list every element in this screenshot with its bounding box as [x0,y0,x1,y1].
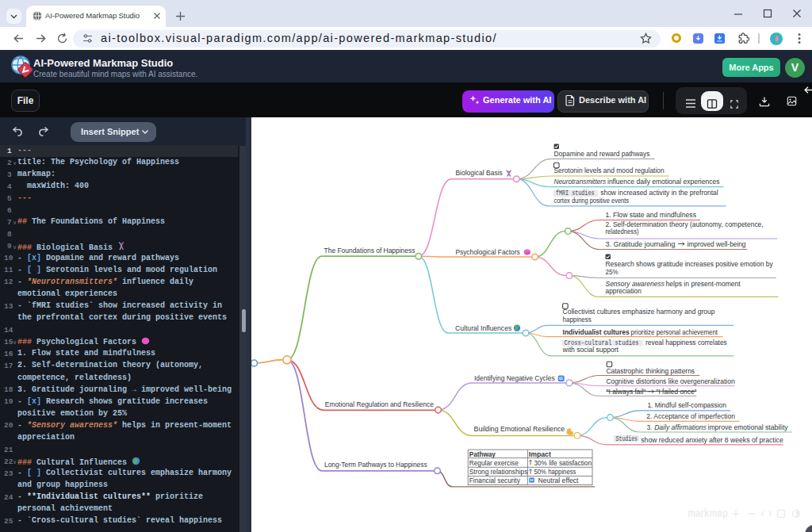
svg-text:relatedness): relatedness) [606,227,639,235]
svg-text:markmap: markmap [688,507,728,519]
svg-text:improve emotional stability: improve emotional stability [708,423,788,431]
svg-text:2. Acceptance of imperfection: 2. Acceptance of imperfection [646,411,735,420]
svg-text:3. Gratitude journaling: 3. Gratitude journaling [606,239,676,248]
svg-text:Pathway: Pathway [469,450,496,458]
svg-text:50% happiness: 50% happiness [534,467,576,476]
svg-text:Long-Term Pathways to Happines: Long-Term Pathways to Happiness [324,460,427,469]
svg-text:Daily affirmations: Daily affirmations [654,423,707,431]
svg-text:3.: 3. [647,423,653,431]
svg-text:The Foundations of Happiness: The Foundations of Happiness [324,246,416,255]
svg-text:Emotional Regulation and Resil: Emotional Regulation and Resilience [325,400,435,408]
svg-text:Cultural Influences: Cultural Influences [455,323,511,332]
svg-text:Cognitive distortions like ove: Cognitive distortions like overgeneraliz… [606,377,734,385]
svg-text:1. Flow state and mindfulness: 1. Flow state and mindfulness [606,210,697,219]
svg-text:happiness: happiness [563,315,592,323]
svg-text:25%: 25% [606,267,619,276]
svg-text:improved well-being: improved well-being [688,239,746,248]
svg-text:Building Emotional Resilience: Building Emotional Resilience [474,424,565,433]
svg-text:influence daily emotional expe: influence daily emotional experiences [607,177,720,186]
svg-text:helps in present-moment: helps in present-moment [666,279,741,288]
svg-text:Serotonin levels and mood regu: Serotonin levels and mood regulation [554,166,665,174]
svg-text:1. Mindful self-compassion: 1. Mindful self-compassion [647,400,726,409]
svg-text:Neurotransmitters: Neurotransmitters [554,177,607,186]
svg-text:Impact: Impact [529,450,551,458]
svg-text:Biological Basis: Biological Basis [455,168,502,177]
svg-text:Individualist cultures: Individualist cultures [563,327,630,336]
svg-text:prioritize personal achievemen: prioritize personal achievement [631,327,718,336]
svg-text:Financial security: Financial security [469,476,520,484]
svg-text:Regular exercise: Regular exercise [469,458,519,467]
svg-text:Research shows gratitude incre: Research shows gratitude increases posit… [606,259,773,268]
svg-text:Neutral effect: Neutral effect [538,476,579,484]
svg-text:with social support: with social support [562,345,619,354]
svg-text:Identifying Negative Cycles: Identifying Negative Cycles [474,373,555,382]
svg-text:Studies: Studies [616,435,638,443]
svg-text:Strong relationships: Strong relationships [469,467,528,476]
svg-text:30% life satisfaction: 30% life satisfaction [534,458,592,467]
svg-text:Catastrophic thinking patterns: Catastrophic thinking patterns [606,366,695,375]
svg-text:cortex during positive events: cortex during positive events [554,196,630,205]
svg-text:Dopamine and reward pathways: Dopamine and reward pathways [554,149,650,158]
svg-text:Psychological Factors: Psychological Factors [455,247,519,256]
svg-text:appreciation: appreciation [606,286,642,295]
svg-text:reveal happiness correlates: reveal happiness correlates [645,338,727,346]
svg-text:show reduced anxiety after 8 w: show reduced anxiety after 8 weeks of pr… [641,435,783,444]
